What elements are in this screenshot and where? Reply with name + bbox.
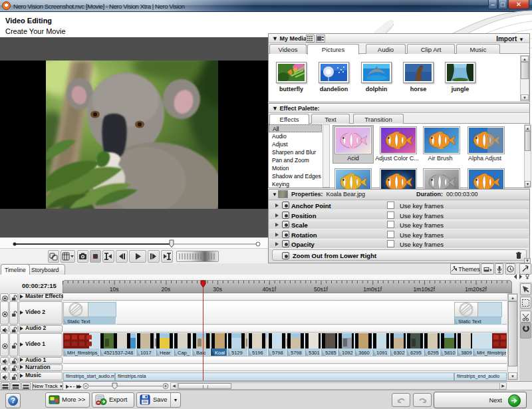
svg-text:50s1f: 50s1f xyxy=(314,286,328,293)
svg-text:1m20s2f: 1m20s2f xyxy=(465,286,487,293)
svg-text:1m0s1f: 1m0s1f xyxy=(363,286,382,293)
svg-text:10s: 10s xyxy=(110,286,119,293)
svg-text:30s: 30s xyxy=(213,286,222,293)
svg-text:40s1f: 40s1f xyxy=(262,286,276,293)
svg-text:1m10s2f: 1m10s2f xyxy=(414,286,436,293)
svg-text:20s: 20s xyxy=(162,286,171,293)
